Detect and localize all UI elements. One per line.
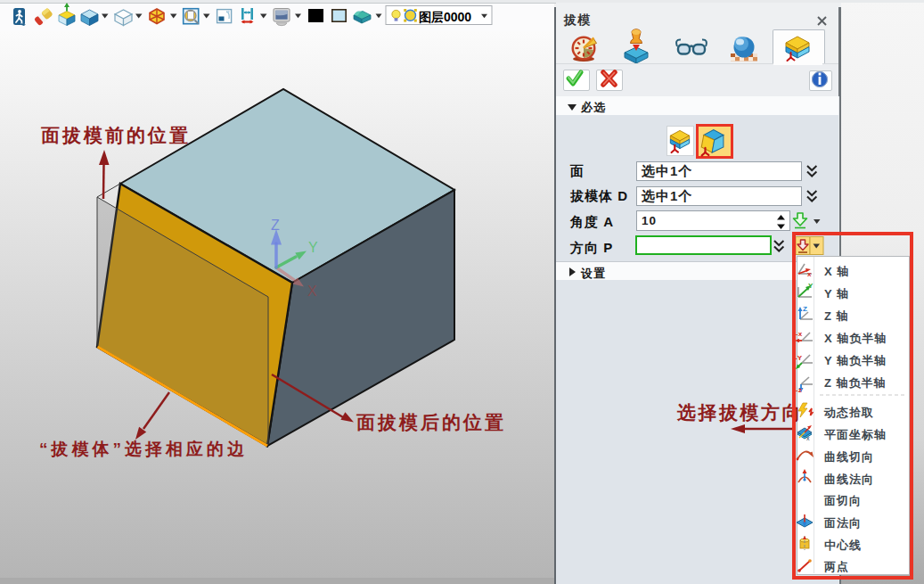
svg-text:Y: Y	[308, 240, 318, 255]
svg-text:Z: Z	[271, 218, 280, 233]
svg-text:X: X	[307, 284, 317, 299]
